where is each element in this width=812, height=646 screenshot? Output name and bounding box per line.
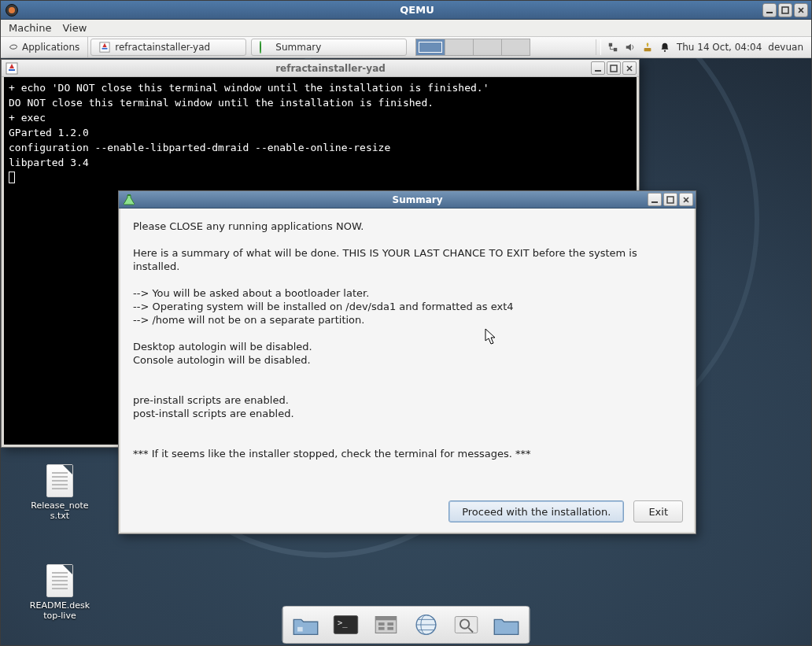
green-dot-icon bbox=[260, 42, 271, 53]
terminal-titlebar[interactable]: refractainstaller-yad bbox=[2, 60, 639, 77]
text-file-icon bbox=[46, 564, 73, 597]
dialog-titlebar[interactable]: Summary bbox=[119, 191, 696, 209]
qemu-icon bbox=[6, 4, 18, 17]
installer-icon bbox=[6, 62, 18, 75]
svg-rect-13 bbox=[297, 627, 303, 632]
taskbar-label: refractainstaller-yad bbox=[115, 42, 210, 53]
svg-rect-17 bbox=[375, 617, 397, 621]
svg-rect-3 bbox=[609, 43, 612, 46]
dock-file-manager[interactable] bbox=[368, 609, 404, 640]
qemu-menu-machine[interactable]: Machine bbox=[9, 22, 51, 34]
qemu-maximize-button[interactable] bbox=[778, 3, 792, 17]
svg-rect-20 bbox=[378, 627, 385, 630]
svg-rect-8 bbox=[595, 70, 601, 72]
guest-panel: Applications refractainstaller-yad Summa… bbox=[1, 37, 811, 58]
bottom-dock: >_ bbox=[282, 606, 530, 644]
volume-icon[interactable] bbox=[625, 42, 636, 53]
desktop-icon-label: Release_note s.txt bbox=[26, 500, 94, 521]
terminal-title: refractainstaller-yad bbox=[22, 63, 639, 74]
svg-rect-9 bbox=[611, 65, 617, 72]
applications-label: Applications bbox=[22, 42, 79, 53]
guest-desktop[interactable]: Applications refractainstaller-yad Summa… bbox=[1, 37, 811, 645]
text-file-icon bbox=[46, 464, 73, 497]
taskbar-button-summary[interactable]: Summary bbox=[251, 39, 407, 56]
dialog-text: Please CLOSE any running applications NO… bbox=[120, 209, 694, 493]
window-maximize-button[interactable] bbox=[663, 193, 677, 206]
dock-files[interactable] bbox=[288, 609, 324, 640]
svg-rect-19 bbox=[387, 622, 393, 626]
terminal-output: + echo 'DO NOT close this terminal windo… bbox=[9, 82, 489, 168]
window-minimize-button[interactable] bbox=[591, 61, 605, 75]
svg-rect-12 bbox=[667, 197, 674, 203]
workspace-2[interactable] bbox=[445, 39, 473, 55]
panel-clock[interactable]: Thu 14 Oct, 04:04 bbox=[677, 42, 762, 53]
flask-icon bbox=[123, 194, 135, 206]
svg-rect-18 bbox=[378, 622, 385, 626]
qemu-window-title: QEMU bbox=[23, 4, 811, 16]
qemu-minimize-button[interactable] bbox=[762, 3, 777, 17]
proceed-button[interactable]: Proceed with the installation. bbox=[448, 500, 624, 522]
svg-rect-4 bbox=[614, 48, 617, 51]
taskbar-label: Summary bbox=[275, 42, 321, 53]
svg-rect-21 bbox=[387, 627, 393, 630]
desktop-icon-readme[interactable]: README.desk top-live bbox=[26, 564, 94, 621]
system-tray: Thu 14 Oct, 04:04 devuan bbox=[588, 39, 811, 55]
window-close-button[interactable] bbox=[622, 61, 637, 75]
window-minimize-button[interactable] bbox=[648, 193, 662, 206]
svg-rect-5 bbox=[644, 48, 651, 51]
workspace-pager[interactable] bbox=[415, 39, 530, 56]
dialog-body: Please CLOSE any running applications NO… bbox=[120, 209, 694, 532]
tray-separator bbox=[596, 39, 601, 55]
qemu-menubar: Machine View bbox=[1, 20, 811, 37]
desktop-icon-label: README.desk top-live bbox=[26, 600, 94, 621]
qemu-titlebar: QEMU bbox=[1, 1, 811, 20]
svg-rect-1 bbox=[782, 7, 788, 13]
dialog-button-row: Proceed with the installation. Exit bbox=[120, 493, 694, 532]
svg-rect-10 bbox=[127, 194, 131, 196]
exit-button[interactable]: Exit bbox=[633, 500, 683, 522]
notification-bell-icon[interactable] bbox=[659, 42, 670, 53]
qemu-content: Applications refractainstaller-yad Summa… bbox=[1, 37, 811, 645]
window-maximize-button[interactable] bbox=[607, 61, 621, 75]
qemu-close-button[interactable] bbox=[794, 3, 808, 17]
panel-user[interactable]: devuan bbox=[768, 42, 803, 53]
workspace-1[interactable] bbox=[416, 39, 445, 55]
svg-point-6 bbox=[664, 50, 666, 52]
window-close-button[interactable] bbox=[679, 193, 693, 206]
dialog-title: Summary bbox=[139, 194, 696, 205]
devuan-logo-icon bbox=[9, 42, 18, 52]
update-icon[interactable] bbox=[642, 42, 653, 53]
desktop-icon-release-notes[interactable]: Release_note s.txt bbox=[26, 464, 94, 521]
qemu-window: QEMU Machine View Applications refrac bbox=[0, 0, 812, 646]
workspace-4[interactable] bbox=[501, 39, 530, 55]
taskbar-button-installer[interactable]: refractainstaller-yad bbox=[90, 39, 246, 56]
svg-text:>_: >_ bbox=[338, 618, 348, 628]
dock-terminal[interactable]: >_ bbox=[328, 609, 364, 640]
svg-rect-11 bbox=[651, 201, 658, 203]
svg-rect-0 bbox=[766, 12, 773, 13]
summary-dialog[interactable]: Summary Please CLOSE any running applica… bbox=[118, 190, 696, 534]
network-icon[interactable] bbox=[607, 42, 618, 53]
dock-folder[interactable] bbox=[489, 609, 525, 640]
dock-search[interactable] bbox=[448, 609, 485, 640]
applications-menu-button[interactable]: Applications bbox=[1, 37, 88, 57]
terminal-cursor bbox=[9, 172, 15, 183]
workspace-3[interactable] bbox=[473, 39, 501, 55]
qemu-menu-view[interactable]: View bbox=[62, 22, 87, 34]
installer-icon bbox=[99, 42, 110, 53]
dock-web-browser[interactable] bbox=[408, 609, 445, 640]
